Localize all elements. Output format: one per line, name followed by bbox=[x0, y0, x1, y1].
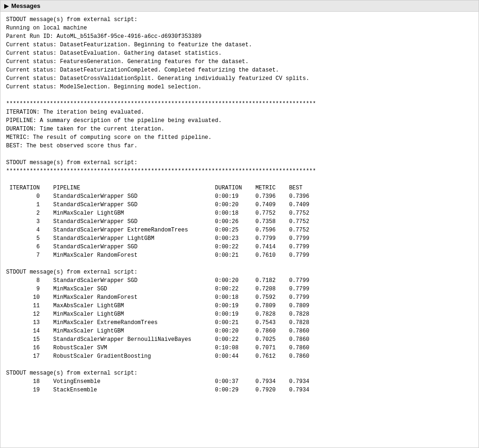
messages-panel: ▶ Messages STDOUT message(s) from extern… bbox=[0, 0, 479, 448]
messages-icon: ▶ bbox=[4, 3, 8, 9]
panel-content: STDOUT message(s) from external script: … bbox=[0, 12, 479, 398]
panel-header: ▶ Messages bbox=[0, 0, 479, 12]
panel-title: Messages bbox=[11, 2, 40, 9]
